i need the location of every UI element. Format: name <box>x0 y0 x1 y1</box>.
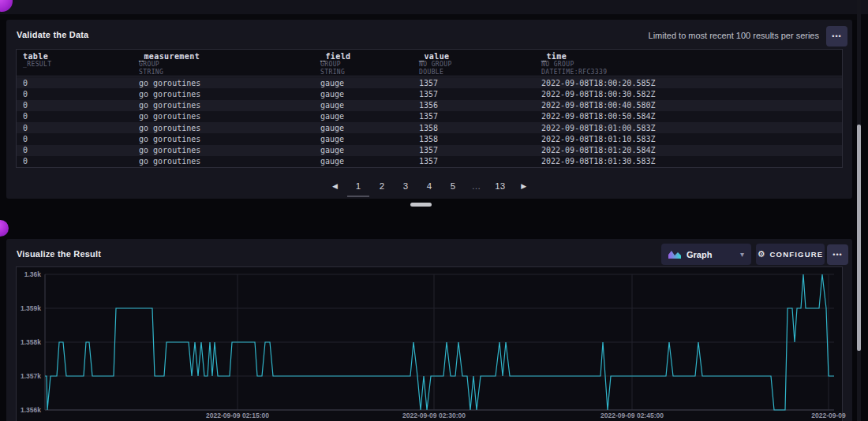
table-cell: 0 <box>17 157 133 166</box>
table-cell: 2022-09-08T18:01:00.583Z <box>535 124 842 132</box>
pagination-ellipsis: … <box>472 181 481 191</box>
table-cell: 0 <box>17 79 133 88</box>
validate-more-options-button[interactable]: ••• <box>826 26 847 47</box>
table-cell: 0 <box>17 112 133 121</box>
table-row: 0go_goroutinesgauge13572022-09-08T18:01:… <box>17 156 842 167</box>
table-cell: 2022-09-08T18:00:30.582Z <box>535 90 842 99</box>
column-meta: GROUP <box>320 61 413 69</box>
table-cell: 1357 <box>413 112 535 121</box>
pagination-next-button[interactable]: ▶ <box>519 182 528 190</box>
column-meta: DATETIME:RFC3339 <box>541 69 842 76</box>
table-row: 0go_goroutinesgauge13582022-09-08T18:01:… <box>17 133 842 144</box>
pagination-prev-button[interactable]: ◀ <box>331 182 339 190</box>
table-cell: go_goroutines <box>133 135 314 143</box>
configure-button[interactable]: ⚙ CONFIGURE <box>756 244 825 265</box>
table-cell: 0 <box>17 101 133 110</box>
table-cell: 0 <box>17 135 133 143</box>
table-cell: 2022-09-08T18:01:20.584Z <box>535 146 842 155</box>
pagination-page-button[interactable]: 1 <box>354 181 363 191</box>
table-cell: gauge <box>314 157 413 166</box>
column-meta: NO GROUP <box>419 61 535 69</box>
graph-view-icon <box>668 250 681 259</box>
column-name: _field <box>320 52 413 61</box>
table-cell: 0 <box>17 90 133 99</box>
configure-button-label: CONFIGURE <box>770 250 824 259</box>
table-cell: gauge <box>314 112 413 121</box>
top-band-gap <box>0 14 868 20</box>
table-cell: gauge <box>314 146 413 155</box>
table-cell: 1357 <box>413 157 535 166</box>
table-row: 0go_goroutinesgauge13572022-09-08T18:01:… <box>17 145 842 156</box>
svg-text:2022-09-09 02:45:00: 2022-09-09 02:45:00 <box>600 412 664 419</box>
visualize-result-panel: Visualize the Result Graph ▾ ⚙ CONFIGURE… <box>6 239 852 421</box>
table-header-cell[interactable]: table_RESULT <box>17 50 133 76</box>
visualize-more-options-button[interactable]: ••• <box>827 244 848 265</box>
table-cell: gauge <box>314 101 413 110</box>
chevron-down-icon: ▾ <box>740 250 744 259</box>
svg-text:1.36k: 1.36k <box>24 270 42 278</box>
pagination-page-button[interactable]: 5 <box>448 181 458 191</box>
table-pagination: ◀12345…13▶ <box>6 177 852 195</box>
svg-text:1.357k: 1.357k <box>21 372 41 380</box>
gear-icon: ⚙ <box>758 250 765 259</box>
line-chart[interactable]: 1.36k1.359k1.358k1.357k1.356k2022-09-09 … <box>16 266 843 421</box>
table-row: 0go_goroutinesgauge13562022-09-08T18:00:… <box>17 100 842 111</box>
column-meta: NO GROUP <box>541 61 842 69</box>
table-cell: 1357 <box>413 90 535 99</box>
column-meta: STRING <box>320 69 413 76</box>
table-cell: gauge <box>314 135 413 143</box>
view-type-dropdown[interactable]: Graph ▾ <box>661 244 751 265</box>
svg-text:1.359k: 1.359k <box>21 304 41 312</box>
table-cell: gauge <box>314 90 413 99</box>
svg-text:2022-09-09: 2022-09-09 <box>811 412 846 419</box>
table-header-cell[interactable]: _measurementGROUPSTRING <box>133 50 314 76</box>
svg-text:1.356k: 1.356k <box>21 406 41 414</box>
column-meta: DOUBLE <box>419 69 535 76</box>
table-body: 0go_goroutinesgauge13572022-09-08T18:00:… <box>17 77 842 167</box>
table-cell: go_goroutines <box>133 90 314 99</box>
line-chart-svg: 1.36k1.359k1.358k1.357k1.356k2022-09-09 … <box>17 267 842 420</box>
view-type-label: Graph <box>687 250 712 259</box>
table-header-cell[interactable]: _fieldGROUPSTRING <box>314 50 413 76</box>
table-cell: 2022-09-08T18:00:40.580Z <box>535 101 842 110</box>
purple-orb-left[interactable] <box>0 220 9 237</box>
table-cell: go_goroutines <box>133 79 314 88</box>
table-row: 0go_goroutinesgauge13582022-09-08T18:01:… <box>17 122 842 133</box>
column-name: table <box>23 52 133 61</box>
table-row: 0go_goroutinesgauge13572022-09-08T18:00:… <box>17 88 842 99</box>
column-meta: _RESULT <box>23 61 133 69</box>
table-cell: go_goroutines <box>133 112 314 121</box>
table-row: 0go_goroutinesgauge13572022-09-08T18:00:… <box>17 77 842 88</box>
panel-resize-handle[interactable] <box>410 203 432 207</box>
table-header-cell[interactable]: _timeNO GROUPDATETIME:RFC3339 <box>535 50 842 76</box>
table-cell: gauge <box>314 124 413 132</box>
raw-data-table: table_RESULT_measurementGROUPSTRING_fiel… <box>16 49 843 168</box>
column-meta: STRING <box>139 69 314 76</box>
results-limit-note: Limited to most recent 100 results per s… <box>649 31 819 40</box>
table-header-cell[interactable]: _valueNO GROUPDOUBLE <box>413 50 535 76</box>
column-name: _time <box>541 52 842 61</box>
pagination-page-button[interactable]: 4 <box>425 181 434 191</box>
pagination-page-button[interactable]: 13 <box>495 181 505 191</box>
scrollbar-thumb[interactable] <box>857 125 861 351</box>
validate-panel-title: Validate the Data <box>17 30 88 39</box>
pagination-page-button[interactable]: 2 <box>377 181 387 191</box>
table-cell: 0 <box>17 124 133 132</box>
table-cell: 1357 <box>413 79 535 88</box>
table-cell: 2022-09-08T18:00:20.585Z <box>535 79 842 88</box>
table-cell: 2022-09-08T18:01:10.583Z <box>535 135 842 143</box>
svg-text:2022-09-09 02:30:00: 2022-09-09 02:30:00 <box>402 412 466 419</box>
table-cell: 2022-09-08T18:01:30.583Z <box>535 157 842 166</box>
column-name: _measurement <box>139 52 314 61</box>
table-row: 0go_goroutinesgauge13572022-09-08T18:00:… <box>17 111 842 122</box>
top-band <box>0 0 868 14</box>
svg-text:1.358k: 1.358k <box>21 338 41 346</box>
table-cell: 1356 <box>413 101 535 110</box>
pagination-page-button[interactable]: 3 <box>401 181 410 191</box>
table-cell: 1357 <box>413 146 535 155</box>
column-name: _value <box>419 52 535 61</box>
table-cell: 0 <box>17 146 133 155</box>
table-cell: 2022-09-08T18:00:50.584Z <box>535 112 842 121</box>
table-cell: 1358 <box>413 124 535 132</box>
table-cell: go_goroutines <box>133 124 314 132</box>
